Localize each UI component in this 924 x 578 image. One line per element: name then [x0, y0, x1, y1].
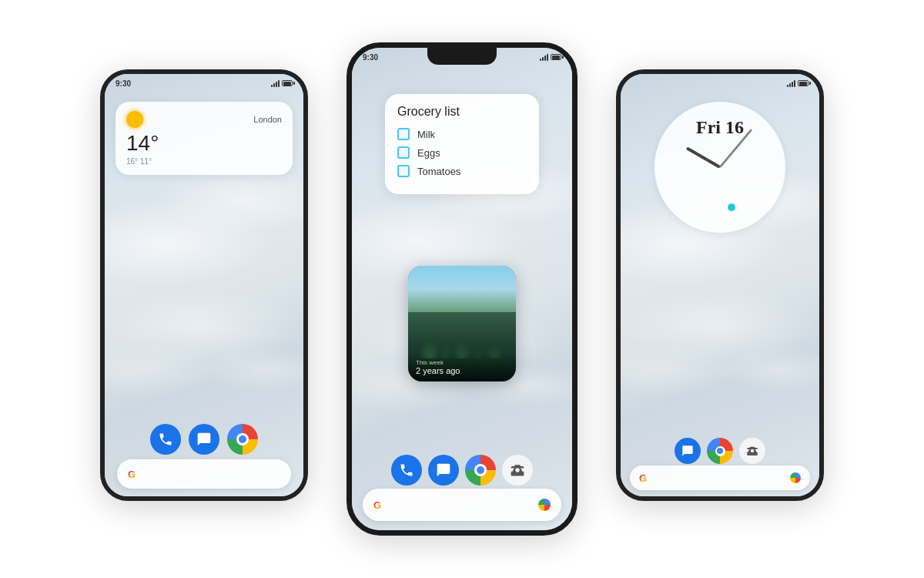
clock-face: Fri 16 — [654, 102, 785, 233]
left-status-icons — [271, 79, 293, 87]
right-signal-icon — [787, 79, 795, 87]
memory-label-small: This week — [416, 359, 508, 366]
right-status-icons — [787, 79, 808, 87]
memory-label-main: 2 years ago — [416, 366, 508, 375]
left-battery-icon — [282, 80, 293, 86]
google-g-icon: G — [128, 469, 136, 480]
center-battery-icon — [551, 54, 561, 60]
right-camera-icon[interactable] — [739, 438, 765, 464]
center-camera-icon[interactable] — [502, 455, 533, 486]
weather-city: London — [253, 115, 282, 124]
grocery-label-eggs: Eggs — [417, 147, 440, 159]
weather-widget: London 14° 16° 11° — [116, 102, 293, 175]
grocery-title: Grocery list — [397, 105, 527, 119]
center-dock — [391, 455, 533, 486]
center-assistant-icon — [538, 499, 551, 511]
center-phone-icon[interactable] — [391, 455, 422, 486]
grocery-item-milk: Milk — [397, 128, 527, 140]
grocery-item-eggs: Eggs — [397, 146, 527, 159]
weather-temperature: 14° — [126, 133, 282, 154]
right-phone: Fri 16 G — [616, 69, 824, 501]
center-signal-icon — [540, 53, 548, 61]
left-status-time: 9:30 — [116, 79, 131, 88]
right-messages-icon[interactable] — [675, 438, 701, 464]
weather-range: 16° 11° — [126, 157, 282, 166]
grocery-checkbox-tomatoes[interactable] — [397, 165, 410, 177]
grocery-checkbox-eggs[interactable] — [397, 146, 410, 159]
clock-date: Fri 16 — [654, 117, 785, 138]
grocery-widget: Grocery list Milk Eggs Tomatoes — [385, 94, 539, 194]
grocery-label-tomatoes: Tomatoes — [417, 166, 460, 177]
right-search-bar[interactable]: G — [630, 465, 810, 490]
clock-hour-hand — [686, 146, 721, 168]
weather-top: London — [126, 111, 282, 128]
left-search-bar[interactable]: G — [117, 459, 291, 489]
right-dock — [675, 438, 765, 464]
center-status-icons — [540, 53, 561, 61]
center-phone: 9:30 Grocery list Milk — [346, 42, 578, 536]
phone-icon[interactable] — [150, 424, 181, 455]
right-battery-icon — [798, 80, 808, 86]
messages-icon[interactable] — [189, 424, 219, 455]
left-status-bar: 9:30 — [105, 74, 303, 92]
right-phone-screen: Fri 16 G — [621, 74, 819, 496]
center-google-g-icon: G — [373, 499, 381, 511]
clock-dot — [728, 203, 735, 211]
chrome-icon[interactable] — [227, 424, 258, 455]
right-google-g-icon: G — [639, 472, 647, 484]
clock-widget: Fri 16 — [654, 102, 785, 233]
memory-overlay: This week 2 years ago — [408, 353, 516, 381]
grocery-label-milk: Milk — [417, 129, 435, 140]
center-status-time: 9:30 — [363, 53, 378, 62]
left-dock — [150, 424, 258, 455]
center-notch — [427, 48, 497, 65]
sun-icon — [126, 111, 143, 128]
memory-trees — [408, 289, 516, 358]
right-assistant-icon — [790, 472, 801, 483]
memory-background: This week 2 years ago — [408, 266, 516, 381]
left-phone: 9:30 London 14° 16° 11° — [100, 69, 308, 501]
center-search-bar[interactable]: G — [363, 489, 561, 521]
center-messages-icon[interactable] — [428, 455, 459, 486]
left-phone-screen: 9:30 London 14° 16° 11° — [105, 74, 303, 496]
left-signal-icon — [271, 79, 280, 87]
center-chrome-icon[interactable] — [465, 455, 496, 486]
right-status-bar — [621, 74, 819, 92]
memory-widget: This week 2 years ago — [408, 266, 516, 381]
center-phone-screen: 9:30 Grocery list Milk — [352, 48, 572, 530]
grocery-item-tomatoes: Tomatoes — [397, 165, 527, 177]
clock-widget-container: Fri 16 — [654, 102, 785, 233]
right-chrome-icon[interactable] — [707, 438, 733, 464]
grocery-checkbox-milk[interactable] — [397, 128, 410, 140]
